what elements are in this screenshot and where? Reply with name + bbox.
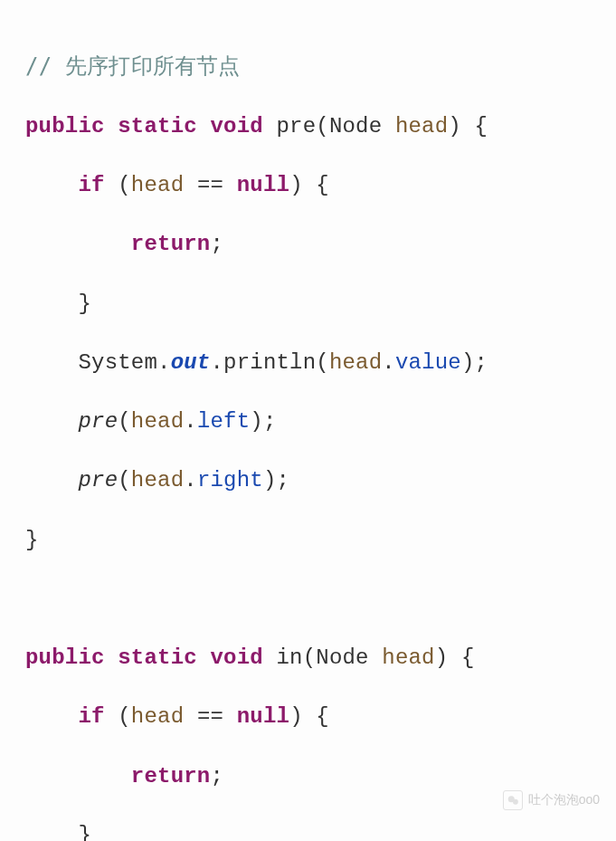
watermark: 吐个泡泡oo0 [503,790,600,810]
comment: // 先序打印所有节点 [25,53,241,79]
var: head [131,704,184,729]
kw: if [78,173,104,197]
kw: if [78,704,104,729]
watermark-text: 吐个泡泡oo0 [528,791,600,808]
field: left [197,409,250,434]
var: head [131,468,184,492]
op: == [197,173,223,197]
op: == [197,704,223,729]
method-name: pre [276,114,316,139]
kw: null [237,704,289,729]
param: head [395,114,448,139]
call: pre [78,409,118,434]
code-block: // 先序打印所有节点 public static void pre(Node … [0,0,616,841]
var: head [329,350,382,375]
var: head [131,173,184,197]
kw: return [131,764,211,788]
method-name: in [276,645,302,670]
kw: return [131,232,211,256]
kw: null [237,173,289,197]
type: Node [316,645,368,670]
field: out [171,350,211,375]
call: println [223,350,316,375]
svg-point-1 [513,799,518,805]
type: Node [329,114,382,139]
var: head [131,409,184,434]
field: value [395,350,461,375]
kw: public static void [25,114,263,139]
kw: public static void [25,645,263,670]
param: head [382,645,434,670]
class: System [78,350,157,375]
call: pre [78,468,118,492]
field: right [197,468,263,492]
wechat-icon [503,790,523,810]
